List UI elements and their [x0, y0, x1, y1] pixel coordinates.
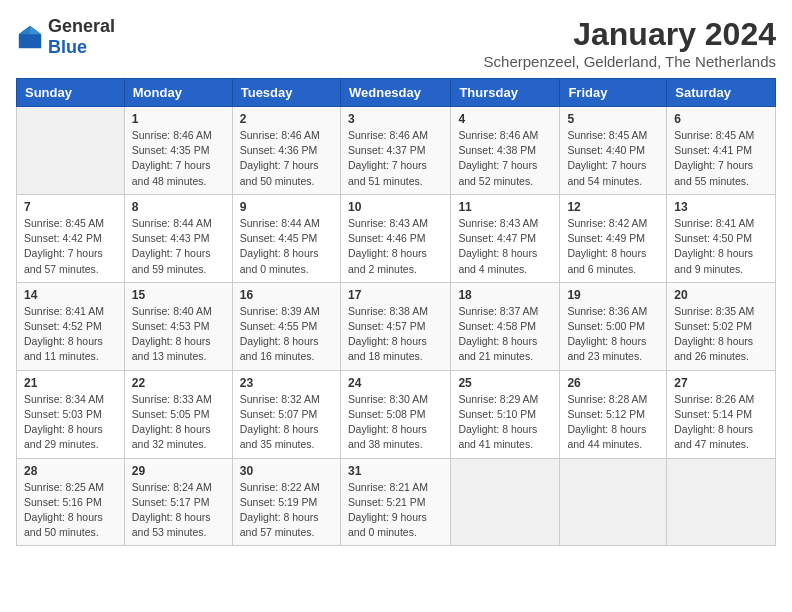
- day-info: Sunrise: 8:42 AMSunset: 4:49 PMDaylight:…: [567, 216, 659, 277]
- day-number: 1: [132, 112, 225, 126]
- day-number: 15: [132, 288, 225, 302]
- day-info: Sunrise: 8:40 AMSunset: 4:53 PMDaylight:…: [132, 304, 225, 365]
- day-info: Sunrise: 8:43 AMSunset: 4:47 PMDaylight:…: [458, 216, 552, 277]
- day-number: 8: [132, 200, 225, 214]
- calendar-cell: 31Sunrise: 8:21 AMSunset: 5:21 PMDayligh…: [340, 458, 450, 546]
- day-info: Sunrise: 8:29 AMSunset: 5:10 PMDaylight:…: [458, 392, 552, 453]
- day-number: 16: [240, 288, 333, 302]
- week-row-3: 14Sunrise: 8:41 AMSunset: 4:52 PMDayligh…: [17, 282, 776, 370]
- day-info: Sunrise: 8:21 AMSunset: 5:21 PMDaylight:…: [348, 480, 443, 541]
- day-number: 3: [348, 112, 443, 126]
- day-info: Sunrise: 8:39 AMSunset: 4:55 PMDaylight:…: [240, 304, 333, 365]
- day-info: Sunrise: 8:45 AMSunset: 4:40 PMDaylight:…: [567, 128, 659, 189]
- calendar-cell: 20Sunrise: 8:35 AMSunset: 5:02 PMDayligh…: [667, 282, 776, 370]
- header-day-friday: Friday: [560, 79, 667, 107]
- calendar-cell: [451, 458, 560, 546]
- calendar-cell: 3Sunrise: 8:46 AMSunset: 4:37 PMDaylight…: [340, 107, 450, 195]
- calendar-cell: 6Sunrise: 8:45 AMSunset: 4:41 PMDaylight…: [667, 107, 776, 195]
- header-day-sunday: Sunday: [17, 79, 125, 107]
- day-number: 31: [348, 464, 443, 478]
- day-info: Sunrise: 8:36 AMSunset: 5:00 PMDaylight:…: [567, 304, 659, 365]
- calendar-cell: 28Sunrise: 8:25 AMSunset: 5:16 PMDayligh…: [17, 458, 125, 546]
- day-number: 14: [24, 288, 117, 302]
- week-row-4: 21Sunrise: 8:34 AMSunset: 5:03 PMDayligh…: [17, 370, 776, 458]
- calendar-cell: 22Sunrise: 8:33 AMSunset: 5:05 PMDayligh…: [124, 370, 232, 458]
- calendar-cell: 9Sunrise: 8:44 AMSunset: 4:45 PMDaylight…: [232, 194, 340, 282]
- calendar-cell: 25Sunrise: 8:29 AMSunset: 5:10 PMDayligh…: [451, 370, 560, 458]
- calendar-cell: [17, 107, 125, 195]
- calendar-cell: 1Sunrise: 8:46 AMSunset: 4:35 PMDaylight…: [124, 107, 232, 195]
- day-number: 25: [458, 376, 552, 390]
- calendar-cell: 10Sunrise: 8:43 AMSunset: 4:46 PMDayligh…: [340, 194, 450, 282]
- calendar-cell: 13Sunrise: 8:41 AMSunset: 4:50 PMDayligh…: [667, 194, 776, 282]
- day-info: Sunrise: 8:43 AMSunset: 4:46 PMDaylight:…: [348, 216, 443, 277]
- day-info: Sunrise: 8:34 AMSunset: 5:03 PMDaylight:…: [24, 392, 117, 453]
- day-info: Sunrise: 8:45 AMSunset: 4:41 PMDaylight:…: [674, 128, 768, 189]
- day-info: Sunrise: 8:38 AMSunset: 4:57 PMDaylight:…: [348, 304, 443, 365]
- day-number: 29: [132, 464, 225, 478]
- header-row: SundayMondayTuesdayWednesdayThursdayFrid…: [17, 79, 776, 107]
- header-day-wednesday: Wednesday: [340, 79, 450, 107]
- day-number: 17: [348, 288, 443, 302]
- day-info: Sunrise: 8:46 AMSunset: 4:37 PMDaylight:…: [348, 128, 443, 189]
- day-info: Sunrise: 8:44 AMSunset: 4:43 PMDaylight:…: [132, 216, 225, 277]
- calendar-cell: [667, 458, 776, 546]
- day-number: 30: [240, 464, 333, 478]
- calendar-cell: 8Sunrise: 8:44 AMSunset: 4:43 PMDaylight…: [124, 194, 232, 282]
- logo-text: General Blue: [48, 16, 115, 58]
- header-day-tuesday: Tuesday: [232, 79, 340, 107]
- calendar-cell: 30Sunrise: 8:22 AMSunset: 5:19 PMDayligh…: [232, 458, 340, 546]
- calendar-cell: 14Sunrise: 8:41 AMSunset: 4:52 PMDayligh…: [17, 282, 125, 370]
- day-info: Sunrise: 8:28 AMSunset: 5:12 PMDaylight:…: [567, 392, 659, 453]
- day-number: 11: [458, 200, 552, 214]
- calendar-cell: 19Sunrise: 8:36 AMSunset: 5:00 PMDayligh…: [560, 282, 667, 370]
- day-info: Sunrise: 8:41 AMSunset: 4:50 PMDaylight:…: [674, 216, 768, 277]
- day-info: Sunrise: 8:24 AMSunset: 5:17 PMDaylight:…: [132, 480, 225, 541]
- day-number: 6: [674, 112, 768, 126]
- day-info: Sunrise: 8:25 AMSunset: 5:16 PMDaylight:…: [24, 480, 117, 541]
- calendar-cell: 2Sunrise: 8:46 AMSunset: 4:36 PMDaylight…: [232, 107, 340, 195]
- day-number: 22: [132, 376, 225, 390]
- week-row-2: 7Sunrise: 8:45 AMSunset: 4:42 PMDaylight…: [17, 194, 776, 282]
- calendar-cell: 11Sunrise: 8:43 AMSunset: 4:47 PMDayligh…: [451, 194, 560, 282]
- svg-marker-1: [30, 26, 41, 34]
- day-number: 7: [24, 200, 117, 214]
- calendar-cell: 23Sunrise: 8:32 AMSunset: 5:07 PMDayligh…: [232, 370, 340, 458]
- header-day-saturday: Saturday: [667, 79, 776, 107]
- calendar-cell: 17Sunrise: 8:38 AMSunset: 4:57 PMDayligh…: [340, 282, 450, 370]
- week-row-5: 28Sunrise: 8:25 AMSunset: 5:16 PMDayligh…: [17, 458, 776, 546]
- calendar-cell: 18Sunrise: 8:37 AMSunset: 4:58 PMDayligh…: [451, 282, 560, 370]
- day-info: Sunrise: 8:26 AMSunset: 5:14 PMDaylight:…: [674, 392, 768, 453]
- header-day-monday: Monday: [124, 79, 232, 107]
- calendar-cell: 16Sunrise: 8:39 AMSunset: 4:55 PMDayligh…: [232, 282, 340, 370]
- day-number: 19: [567, 288, 659, 302]
- day-number: 9: [240, 200, 333, 214]
- day-number: 12: [567, 200, 659, 214]
- calendar-cell: 26Sunrise: 8:28 AMSunset: 5:12 PMDayligh…: [560, 370, 667, 458]
- day-info: Sunrise: 8:32 AMSunset: 5:07 PMDaylight:…: [240, 392, 333, 453]
- calendar-table: SundayMondayTuesdayWednesdayThursdayFrid…: [16, 78, 776, 546]
- calendar-cell: 29Sunrise: 8:24 AMSunset: 5:17 PMDayligh…: [124, 458, 232, 546]
- calendar-cell: 5Sunrise: 8:45 AMSunset: 4:40 PMDaylight…: [560, 107, 667, 195]
- calendar-cell: 21Sunrise: 8:34 AMSunset: 5:03 PMDayligh…: [17, 370, 125, 458]
- day-info: Sunrise: 8:22 AMSunset: 5:19 PMDaylight:…: [240, 480, 333, 541]
- logo-general: General: [48, 16, 115, 36]
- logo-blue: Blue: [48, 37, 87, 57]
- calendar-subtitle: Scherpenzeel, Gelderland, The Netherland…: [484, 53, 776, 70]
- day-number: 20: [674, 288, 768, 302]
- day-number: 13: [674, 200, 768, 214]
- day-number: 28: [24, 464, 117, 478]
- day-number: 23: [240, 376, 333, 390]
- day-number: 27: [674, 376, 768, 390]
- calendar-cell: 27Sunrise: 8:26 AMSunset: 5:14 PMDayligh…: [667, 370, 776, 458]
- week-row-1: 1Sunrise: 8:46 AMSunset: 4:35 PMDaylight…: [17, 107, 776, 195]
- calendar-body: 1Sunrise: 8:46 AMSunset: 4:35 PMDaylight…: [17, 107, 776, 546]
- day-info: Sunrise: 8:46 AMSunset: 4:35 PMDaylight:…: [132, 128, 225, 189]
- day-info: Sunrise: 8:37 AMSunset: 4:58 PMDaylight:…: [458, 304, 552, 365]
- day-info: Sunrise: 8:45 AMSunset: 4:42 PMDaylight:…: [24, 216, 117, 277]
- calendar-cell: 7Sunrise: 8:45 AMSunset: 4:42 PMDaylight…: [17, 194, 125, 282]
- day-number: 24: [348, 376, 443, 390]
- header-day-thursday: Thursday: [451, 79, 560, 107]
- day-number: 2: [240, 112, 333, 126]
- logo: General Blue: [16, 16, 115, 58]
